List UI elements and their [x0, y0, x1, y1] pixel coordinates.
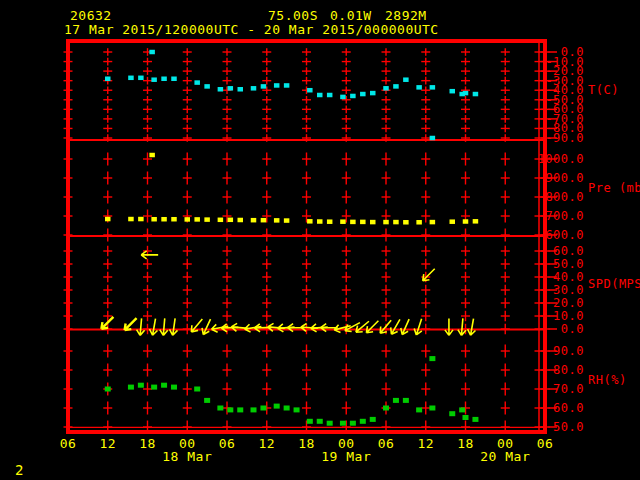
rh-dot: [449, 411, 455, 416]
rh-dot: [463, 415, 469, 420]
temp-dot: [171, 77, 177, 82]
temp-dot: [238, 87, 244, 92]
pressure-dot: [473, 219, 479, 224]
x-axis-date-label: 18 Mar: [162, 449, 212, 464]
pressure-dot: [128, 217, 134, 222]
temp-dot: [383, 86, 389, 91]
wind-arrow: [364, 318, 382, 336]
wind-arrow: [159, 318, 168, 336]
temp-dot: [403, 77, 409, 82]
y-axis-tick-label: 600.0: [545, 228, 584, 242]
temp-dot: [228, 86, 234, 91]
time-series-plot: 0.0-10.0-20.0-30.0-40.0-50.0-60.0-70.0-8…: [0, 0, 640, 480]
pressure-dot: [307, 219, 313, 224]
pressure-dot: [218, 218, 224, 223]
y-axis-tick-label: 700.0: [545, 209, 584, 223]
rh-dot: [284, 406, 290, 411]
wind-arrow: [399, 317, 413, 336]
temp-dot: [218, 87, 224, 92]
temp-dot: [274, 83, 280, 88]
temp-dot: [473, 92, 479, 97]
pressure-dot: [228, 218, 234, 223]
y-axis-unit-label: Pre (mb): [588, 181, 640, 195]
rh-dot: [105, 387, 111, 392]
pressure-dot: [317, 219, 323, 224]
pressure-dot: [171, 217, 177, 222]
rh-dot: [151, 385, 157, 390]
rh-dot: [194, 387, 200, 392]
temp-dot: [463, 91, 469, 96]
rh-dot: [260, 406, 266, 411]
rh-dot: [370, 417, 376, 422]
metgraph-screen: 20632 75.00S 0.01W 2892M 17 Mar 2015/120…: [0, 0, 640, 480]
wind-arrow-glyph: [420, 266, 438, 284]
temp-dot: [261, 84, 267, 89]
rh-dot: [317, 419, 323, 424]
x-axis-hour-label: 12: [258, 436, 275, 451]
rh-dot: [429, 406, 435, 411]
pressure-dot: [194, 217, 200, 222]
wind-arrow-glyph: [149, 318, 160, 336]
wind-arrow-glyph: [445, 318, 453, 335]
y-axis-tick-label: 90.0: [553, 344, 584, 358]
y-axis-tick-label: 0.0: [561, 322, 584, 336]
rh-dot: [274, 404, 280, 409]
pressure-dot: [327, 219, 333, 224]
rh-dot: [217, 406, 223, 411]
rh-dot: [138, 383, 144, 388]
y-axis-tick-label: 60.0: [553, 401, 584, 415]
y-axis-tick-label: 80.0: [553, 363, 584, 377]
rh-dot: [294, 407, 300, 412]
rh-dot: [350, 421, 356, 426]
temp-dot: [161, 77, 167, 82]
y-axis-tick-label: 800.0: [545, 190, 584, 204]
x-axis-date-label: 20 Mar: [480, 449, 530, 464]
rh-dot: [393, 398, 399, 403]
x-axis-hour-label: 18: [298, 436, 315, 451]
y-axis-tick-label: 900.0: [545, 171, 584, 185]
temp-dot: [450, 89, 456, 94]
temp-dot: [105, 77, 111, 82]
y-axis-unit-label: T(C): [588, 83, 619, 97]
wind-arrow-glyph: [136, 318, 145, 336]
pressure-dot: [463, 219, 469, 224]
y-axis-tick-label: 10.0: [553, 309, 584, 323]
pressure-dot: [450, 219, 456, 224]
rh-dot: [340, 421, 346, 426]
rh-dot: [251, 407, 257, 412]
wind-arrow-glyph: [399, 317, 413, 336]
pressure-dot: [393, 220, 399, 225]
wind-arrow: [445, 318, 453, 335]
pressure-dot: [251, 218, 257, 223]
pressure-dot: [161, 217, 167, 222]
rh-dot: [204, 398, 210, 403]
wind-arrow: [149, 318, 160, 336]
temp-dot: [204, 84, 210, 89]
pressure-dot: [360, 220, 366, 225]
pressure-dot: [261, 218, 267, 223]
y-axis-tick-label: 30.0: [553, 283, 584, 297]
x-axis-hour-label: 12: [99, 436, 116, 451]
y-axis-tick-label: 60.0: [553, 244, 584, 258]
rh-dot: [360, 419, 366, 424]
pressure-dot: [370, 220, 376, 225]
pressure-dot: [238, 218, 244, 223]
temp-dot: [194, 80, 200, 85]
temp-dot: [251, 86, 257, 91]
rh-dot-outlier: [429, 356, 435, 361]
wind-arrow: [413, 318, 426, 337]
x-axis-hour-label: 18: [139, 436, 156, 451]
y-axis-tick-label: -90.0: [545, 131, 584, 145]
y-axis-tick-label: 40.0: [553, 270, 584, 284]
temp-dot: [317, 93, 323, 98]
y-axis-tick-label: 70.0: [553, 382, 584, 396]
temp-dot: [307, 88, 313, 93]
y-axis-tick-label: 20.0: [553, 296, 584, 310]
wind-arrow: [169, 318, 179, 336]
rh-dot: [307, 419, 313, 424]
pressure-dot: [350, 220, 356, 225]
temp-dot: [340, 95, 346, 100]
x-axis-date-label: 19 Mar: [321, 449, 371, 464]
temp-dot-outlier: [430, 136, 436, 141]
rh-dot: [472, 417, 478, 422]
